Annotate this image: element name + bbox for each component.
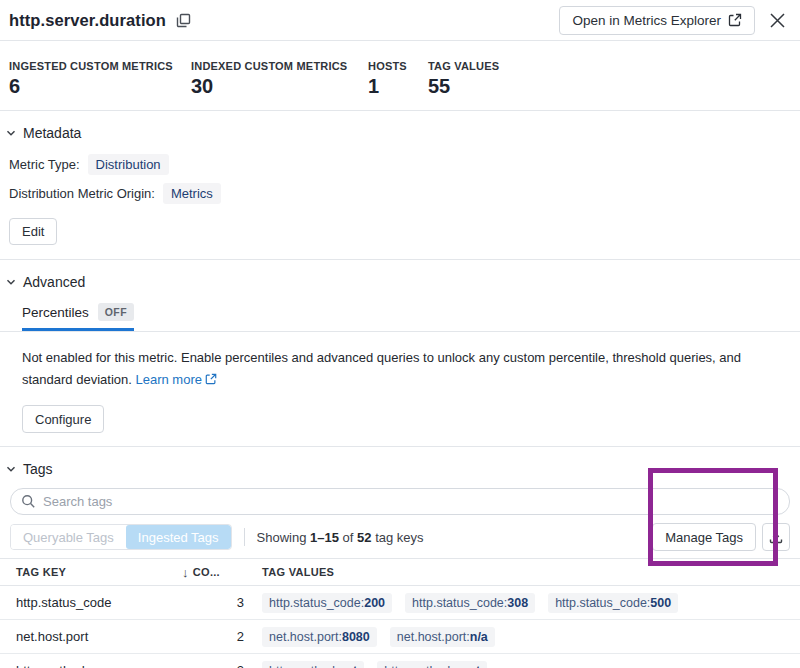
- metadata-section-header[interactable]: Metadata: [5, 125, 800, 141]
- edit-button[interactable]: Edit: [9, 218, 57, 245]
- divider: [0, 259, 800, 260]
- stat-indexed-custom-metrics: INDEXED CUSTOM METRICS 30: [191, 60, 368, 110]
- tags-view-toggle: Queryable Tags Ingested Tags: [10, 524, 232, 550]
- tag-value-pill[interactable]: http.method:get: [262, 661, 364, 668]
- open-in-metrics-explorer-button[interactable]: Open in Metrics Explorer: [559, 6, 755, 35]
- metric-origin-badge: Metrics: [163, 183, 221, 204]
- tags-section: Tags Queryable Tags Ingested Tags Showin…: [0, 461, 800, 668]
- showing-summary: Showing 1–15 of 52 tag keys: [257, 530, 424, 545]
- tag-count: 3: [182, 595, 248, 610]
- tag-keys-table: TAG KEY ↓ CO... TAG VALUES http.status_c…: [0, 558, 800, 668]
- header-tag-values: TAG VALUES: [248, 566, 800, 578]
- tag-key[interactable]: http.status_code: [0, 595, 182, 610]
- tag-value-pill[interactable]: http.status_code:308: [405, 593, 535, 613]
- tag-value-pill[interactable]: net.host.port:8080: [262, 627, 377, 647]
- search-tags-input[interactable]: [10, 488, 790, 515]
- metric-origin-row: Distribution Metric Origin: Metrics: [9, 183, 800, 204]
- tag-key[interactable]: http.method: [0, 663, 182, 668]
- tag-count: 2: [182, 663, 248, 668]
- close-icon[interactable]: [767, 10, 788, 31]
- sort-descending-icon: ↓: [182, 565, 189, 580]
- copy-icon[interactable]: [174, 11, 193, 30]
- tag-value-pill[interactable]: http.status_code:200: [262, 593, 392, 613]
- tags-section-header[interactable]: Tags: [5, 461, 800, 477]
- metric-type-badge: Distribution: [88, 154, 169, 175]
- table-row: net.host.port 2 net.host.port:8080 net.h…: [0, 620, 800, 654]
- download-button[interactable]: [762, 523, 790, 551]
- stat-hosts: HOSTS 1: [368, 60, 428, 110]
- tag-value-pill[interactable]: http.status_code:500: [548, 593, 678, 613]
- table-header-row: TAG KEY ↓ CO... TAG VALUES: [0, 558, 800, 586]
- divider: [0, 110, 800, 111]
- table-row: http.status_code 3 http.status_code:200 …: [0, 586, 800, 620]
- header-tag-key[interactable]: TAG KEY: [0, 566, 182, 578]
- toggle-queryable-tags[interactable]: Queryable Tags: [11, 525, 126, 549]
- learn-more-link[interactable]: Learn more: [135, 372, 216, 387]
- tag-search: [10, 488, 790, 515]
- tags-controls-row: Queryable Tags Ingested Tags Showing 1–1…: [10, 523, 790, 551]
- tag-key[interactable]: net.host.port: [0, 629, 182, 644]
- metric-type-row: Metric Type: Distribution: [9, 154, 800, 175]
- manage-tags-button[interactable]: Manage Tags: [652, 523, 756, 551]
- external-link-icon: [205, 373, 217, 385]
- tag-count: 2: [182, 629, 248, 644]
- external-link-icon: [728, 13, 742, 27]
- percentiles-off-badge: OFF: [98, 303, 134, 321]
- configure-button[interactable]: Configure: [22, 405, 104, 433]
- toggle-ingested-tags[interactable]: Ingested Tags: [126, 525, 231, 549]
- header-count[interactable]: ↓ CO...: [182, 565, 248, 580]
- vertical-divider: [244, 528, 245, 546]
- advanced-tabs: Percentiles OFF: [0, 303, 800, 332]
- advanced-section-header[interactable]: Advanced: [5, 274, 800, 290]
- tab-percentiles[interactable]: Percentiles OFF: [22, 303, 134, 331]
- tag-value-pill[interactable]: http.method:post: [377, 661, 487, 668]
- page-title: http.server.duration: [9, 11, 166, 30]
- chevron-down-icon: [5, 276, 17, 288]
- chevron-down-icon: [5, 127, 17, 139]
- metadata-section: Metadata Metric Type: Distribution Distr…: [0, 125, 800, 259]
- search-icon: [21, 494, 36, 509]
- percentiles-description: Not enabled for this metric. Enable perc…: [22, 347, 778, 391]
- table-row: http.method 2 http.method:get http.metho…: [0, 654, 800, 668]
- panel-header: http.server.duration Open in Metrics Exp…: [0, 0, 800, 40]
- stat-tag-values: TAG VALUES 55: [428, 60, 499, 110]
- divider: [0, 446, 800, 447]
- tag-value-pill[interactable]: net.host.port:n/a: [390, 627, 495, 647]
- metric-stats-row: INGESTED CUSTOM METRICS 6 INDEXED CUSTOM…: [0, 41, 800, 110]
- stat-ingested-custom-metrics: INGESTED CUSTOM METRICS 6: [9, 60, 191, 110]
- chevron-down-icon: [5, 463, 17, 475]
- metric-detail-panel: http.server.duration Open in Metrics Exp…: [0, 0, 800, 668]
- advanced-section: Advanced Percentiles OFF Not enabled for…: [0, 274, 800, 446]
- download-icon: [769, 530, 783, 544]
